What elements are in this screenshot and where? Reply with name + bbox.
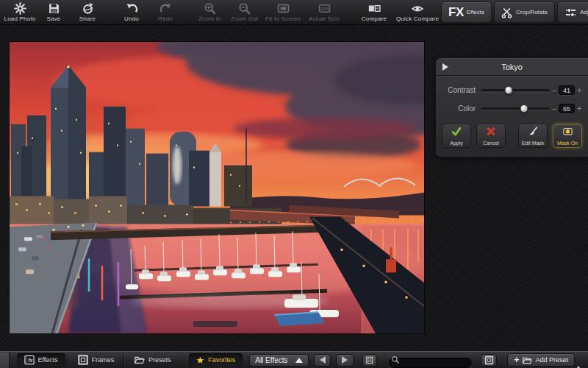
preset-panel: Tokyo Contrast – 41 + Color –	[435, 57, 588, 158]
fx-logo: FX	[448, 5, 464, 20]
arrow-right-icon	[342, 356, 348, 364]
contrast-slider[interactable]	[481, 89, 550, 92]
top-toolbar: Load Photo Save Share Undo	[0, 0, 588, 25]
color-increase-button[interactable]: +	[577, 105, 581, 113]
add-preset-folder-icon	[522, 355, 532, 365]
frame-icon	[78, 355, 88, 365]
effects-tab-label: Effects	[467, 9, 484, 15]
brush-icon	[527, 127, 539, 140]
mask-on-button[interactable]: Mask On	[553, 124, 582, 148]
share-icon	[82, 2, 94, 15]
contrast-label: Contrast	[440, 86, 476, 94]
next-effect-button[interactable]	[336, 354, 353, 367]
save-button[interactable]: Save	[37, 0, 71, 22]
tab-presets[interactable]: Presets	[126, 353, 179, 367]
bottom-bar: fx Effects Frames Presets ★ Favorites Al…	[0, 351, 588, 368]
tab-adjust[interactable]: Adjust	[557, 1, 588, 23]
undo-label: Undo	[124, 15, 139, 22]
undo-icon	[126, 2, 138, 15]
compare-icon: FX	[368, 2, 381, 15]
check-icon	[451, 127, 462, 140]
thumbnail-view-button[interactable]	[481, 354, 497, 367]
edit-mask-button[interactable]: Edit Mask	[518, 124, 548, 148]
search-container	[389, 355, 472, 365]
tab-fx-effects[interactable]: FX Effects	[441, 1, 492, 23]
load-photo-button[interactable]: Load Photo	[3, 0, 37, 22]
contrast-slider-thumb[interactable]	[504, 86, 512, 94]
effects-label: Effects	[38, 356, 58, 364]
apply-button[interactable]: Apply	[442, 124, 471, 148]
color-decrease-button[interactable]: –	[552, 105, 556, 113]
triangle-up-icon	[575, 353, 582, 368]
expand-panel-button[interactable]	[442, 63, 451, 71]
eye-icon	[411, 2, 424, 15]
fit-to-screen-button[interactable]: Fit to Screen	[262, 0, 304, 22]
tab-frames[interactable]: Frames	[71, 353, 122, 367]
sunset-marina-photo	[10, 42, 424, 333]
mode-tabs: FX Effects Crop/Rotate Adjust	[441, 0, 588, 23]
zoom-out-icon	[238, 2, 251, 15]
x-icon	[485, 127, 497, 140]
fit-to-screen-label: Fit to Screen	[265, 15, 301, 22]
contrast-value-field[interactable]: 41	[559, 85, 575, 95]
zoom-out-button[interactable]: Zoom Out	[227, 0, 262, 22]
color-value-field[interactable]: 65	[559, 104, 575, 113]
actual-size-icon: 100%	[318, 2, 331, 15]
cancel-label: Cancel	[483, 141, 499, 146]
square-icon	[484, 355, 494, 365]
search-input[interactable]	[389, 358, 472, 368]
scissors-icon	[501, 6, 513, 18]
presets-label: Presets	[148, 356, 171, 364]
slider-area: Contrast – 41 + Color – 65 +	[436, 76, 588, 118]
zoom-in-button[interactable]: Zoom In	[193, 0, 227, 22]
preset-title: Tokyo	[436, 63, 588, 71]
cancel-button[interactable]: Cancel	[476, 124, 506, 148]
previous-effect-button[interactable]	[314, 354, 331, 367]
color-slider-thumb[interactable]	[520, 105, 528, 113]
redo-icon	[159, 2, 172, 15]
svg-text:fx: fx	[28, 358, 32, 363]
fx-film-icon: fx	[24, 355, 35, 365]
redo-button[interactable]: Redo	[148, 0, 182, 22]
panel-handle[interactable]	[0, 353, 10, 368]
bottom-separator	[68, 354, 68, 366]
color-label: Color	[440, 105, 476, 113]
tab-effects[interactable]: fx Effects	[17, 353, 65, 367]
actual-size-label: Actual Size	[309, 15, 340, 22]
zoom-in-label: Zoom In	[198, 15, 221, 22]
compare-label: Compare	[362, 15, 387, 22]
photo-canvas[interactable]	[10, 42, 424, 333]
photo-editor-app: Load Photo Save Share Undo	[0, 0, 588, 368]
compare-button[interactable]: FX Compare	[354, 0, 394, 22]
svg-text:FX: FX	[375, 7, 379, 10]
save-label: Save	[46, 15, 60, 22]
collapse-strip-button[interactable]	[575, 353, 582, 367]
zoom-out-label: Zoom Out	[231, 15, 258, 22]
svg-text:100%: 100%	[320, 7, 329, 11]
preset-panel-header: Tokyo	[436, 58, 588, 76]
quick-compare-label: Quick Compare	[396, 15, 439, 22]
tab-crop-rotate[interactable]: Crop/Rotate	[494, 1, 555, 23]
contrast-decrease-button[interactable]: –	[552, 86, 556, 94]
apply-label: Apply	[450, 141, 463, 146]
add-preset-button[interactable]: + Add Preset	[507, 353, 575, 367]
dropdown-selected-value: All Effects	[255, 356, 295, 364]
color-slider[interactable]	[481, 107, 550, 110]
color-slider-row: Color – 65 +	[440, 99, 584, 118]
undo-button[interactable]: Undo	[115, 0, 148, 22]
favorites-label: Favorites	[208, 356, 235, 364]
effects-filter-dropdown[interactable]: All Effects	[249, 354, 309, 367]
gear-icon	[14, 2, 26, 15]
edit-mask-label: Edit Mask	[522, 141, 545, 146]
arrow-left-icon	[320, 356, 326, 364]
zoom-in-icon	[204, 2, 216, 15]
contrast-increase-button[interactable]: +	[577, 86, 581, 94]
random-effect-button[interactable]: ⚄	[362, 354, 377, 367]
actual-size-button[interactable]: 100% Actual Size	[304, 0, 344, 22]
share-button[interactable]: Share	[71, 0, 104, 22]
mask-on-label: Mask On	[557, 141, 578, 146]
save-icon	[48, 2, 60, 15]
tab-favorites[interactable]: ★ Favorites	[189, 353, 243, 367]
dice-icon: ⚄	[365, 355, 373, 365]
quick-compare-button[interactable]: Quick Compare	[394, 0, 441, 22]
